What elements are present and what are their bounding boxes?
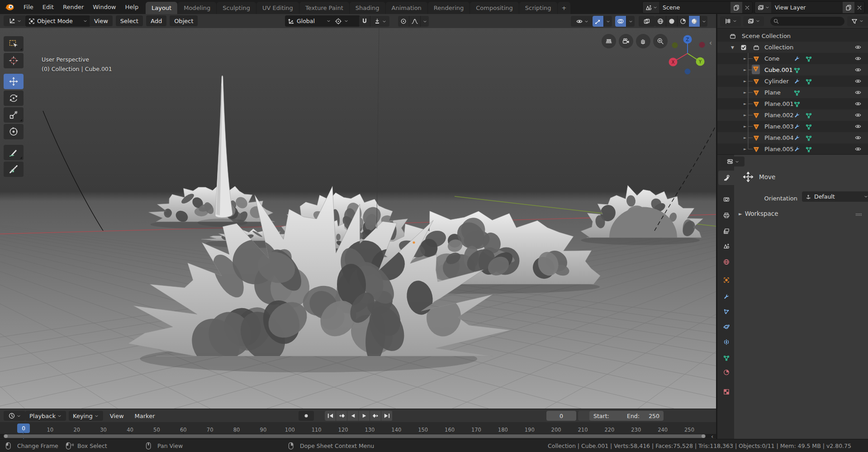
tab-sculpting[interactable]: Sculpting xyxy=(217,2,256,14)
new-scene-button[interactable] xyxy=(730,2,742,13)
disclosure-triangle-icon[interactable]: ▼ xyxy=(731,45,734,50)
current-frame-field[interactable]: 0 xyxy=(546,411,576,421)
disclosure-triangle-icon[interactable]: ► xyxy=(744,124,746,128)
frame-end-field[interactable]: End:250 xyxy=(623,411,664,421)
shading-rendered-button[interactable] xyxy=(689,16,700,27)
eye-icon[interactable] xyxy=(854,89,862,96)
play-reverse-button[interactable] xyxy=(347,411,359,421)
scene-selector[interactable]: Scene xyxy=(642,1,753,14)
timeline-scrollbar[interactable] xyxy=(0,434,716,438)
eye-icon[interactable] xyxy=(854,123,862,130)
editor-type-outliner-button[interactable] xyxy=(720,16,741,26)
properties-tab-modifiers[interactable] xyxy=(718,290,734,304)
visibility-dropdown[interactable] xyxy=(571,16,593,27)
jump-to-end-button[interactable] xyxy=(381,411,393,421)
properties-tab-constraints[interactable] xyxy=(718,335,734,349)
eye-icon[interactable] xyxy=(854,55,862,62)
eye-icon[interactable] xyxy=(854,66,862,73)
tool-scale-button[interactable] xyxy=(4,107,24,123)
disclosure-triangle-icon[interactable]: ► xyxy=(744,113,746,117)
view-layer-name[interactable]: View Layer xyxy=(771,2,843,13)
tool-move-button[interactable] xyxy=(4,74,24,89)
outliner-row-plane[interactable]: ►Plane xyxy=(717,87,868,98)
menu-file[interactable]: File xyxy=(19,0,38,14)
falloff-icon-button[interactable] xyxy=(409,16,421,27)
properties-tab-material[interactable] xyxy=(718,365,734,380)
wrench-icon[interactable] xyxy=(793,112,801,119)
scene-name[interactable]: Scene xyxy=(659,2,730,13)
timeline-menu-marker[interactable]: Marker xyxy=(131,411,159,421)
viewport-camera-button[interactable] xyxy=(619,34,633,48)
outliner-row-plane-002[interactable]: ►Plane.002 xyxy=(717,109,868,121)
disclosure-triangle-icon[interactable]: ► xyxy=(744,90,746,95)
disclosure-triangle-icon[interactable]: ► xyxy=(744,68,746,72)
tool-select-box-button[interactable] xyxy=(4,36,24,52)
gizmo-dropdown[interactable] xyxy=(604,16,612,27)
menu-window[interactable]: Window xyxy=(88,0,120,14)
falloff-dropdown[interactable] xyxy=(421,16,429,27)
frame-ruler[interactable]: 0102030405060708090100110120130140150160… xyxy=(0,422,716,435)
tab-modeling[interactable]: Modeling xyxy=(178,2,216,14)
eye-icon[interactable] xyxy=(854,134,862,141)
mesh-data-icon[interactable] xyxy=(793,89,801,96)
sidebar-collapse-icon[interactable]: ‹ xyxy=(709,39,712,47)
menu-help[interactable]: Help xyxy=(121,0,143,14)
filter-dropdown[interactable] xyxy=(847,16,868,26)
wrench-icon[interactable] xyxy=(793,78,801,85)
disclosure-triangle-icon[interactable]: ► xyxy=(744,102,746,106)
wrench-icon[interactable] xyxy=(793,55,801,62)
shading-solid-button[interactable] xyxy=(666,16,678,27)
navigation-gizmo[interactable]: ZXY xyxy=(664,30,713,81)
properties-tab-particles[interactable] xyxy=(718,305,734,319)
eye-icon[interactable] xyxy=(854,43,862,51)
viewport-pan-hand-button[interactable] xyxy=(636,34,650,48)
disclosure-triangle-icon[interactable]: ► xyxy=(744,57,746,61)
jump-to-start-button[interactable] xyxy=(325,411,336,421)
properties-tab-output[interactable] xyxy=(718,208,734,223)
mesh-data-icon[interactable] xyxy=(805,112,812,119)
outliner-row-cylinder[interactable]: ►Cylinder xyxy=(717,76,868,87)
view-layer-remove-icon[interactable] xyxy=(854,2,864,13)
scrollbar-right-knob[interactable] xyxy=(702,434,705,438)
editor-type-timeline-button[interactable] xyxy=(4,411,25,421)
tab-texture-paint[interactable]: Texture Paint xyxy=(299,2,349,14)
viewport-3d[interactable]: User Perspective (0) Collection | Cube.0… xyxy=(0,28,716,409)
tab-scripting[interactable]: Scripting xyxy=(519,2,557,14)
outliner-search[interactable] xyxy=(770,17,844,26)
outliner-row-cube-001[interactable]: ►Cube.001 xyxy=(717,64,868,76)
tab-uv-editing[interactable]: UV Editing xyxy=(256,2,299,14)
tab-shading[interactable]: Shading xyxy=(350,2,385,14)
properties-tab-render[interactable] xyxy=(718,192,734,206)
outliner-row-plane-003[interactable]: ►Plane.003 xyxy=(717,121,868,132)
auto-keying-toggle[interactable] xyxy=(299,411,314,421)
search-input[interactable] xyxy=(780,18,832,25)
view-layer-selector[interactable]: View Layer xyxy=(754,1,865,14)
viewport-menu-object[interactable]: Object xyxy=(170,15,198,26)
mode-dropdown[interactable]: Object Mode xyxy=(25,15,90,27)
mesh-data-icon[interactable] xyxy=(805,134,812,142)
timeline-menu-keying[interactable]: Keying xyxy=(69,411,103,421)
workspace-panel-header[interactable]: ► Workspace xyxy=(739,210,778,217)
snap-target-dropdown[interactable] xyxy=(370,16,389,27)
pivot-point-dropdown[interactable] xyxy=(332,15,360,27)
mesh-data-icon[interactable] xyxy=(805,55,812,62)
show-gizmo-toggle[interactable] xyxy=(593,16,604,27)
eye-icon[interactable] xyxy=(854,77,862,85)
proportional-edit-toggle[interactable] xyxy=(398,16,409,27)
wrench-icon[interactable] xyxy=(793,146,801,153)
properties-tab-physics[interactable] xyxy=(718,319,734,334)
menu-render[interactable]: Render xyxy=(58,0,88,14)
menu-edit[interactable]: Edit xyxy=(38,0,58,14)
mesh-data-icon[interactable] xyxy=(805,123,812,130)
disclosure-triangle-icon[interactable]: ► xyxy=(744,136,746,140)
scrollbar-left-knob[interactable] xyxy=(4,434,8,438)
mesh-data-icon[interactable] xyxy=(793,100,801,108)
outliner-row-collection[interactable]: ▼Collection xyxy=(717,42,868,53)
wrench-icon[interactable] xyxy=(793,134,801,142)
xray-toggle[interactable] xyxy=(639,16,655,27)
viewport-grid-button[interactable] xyxy=(602,34,616,48)
disclosure-triangle-icon[interactable]: ► xyxy=(744,79,746,83)
playhead[interactable]: 0 xyxy=(17,423,30,433)
tool-rotate-button[interactable] xyxy=(4,90,24,106)
tab-layout[interactable]: Layout xyxy=(146,2,177,14)
